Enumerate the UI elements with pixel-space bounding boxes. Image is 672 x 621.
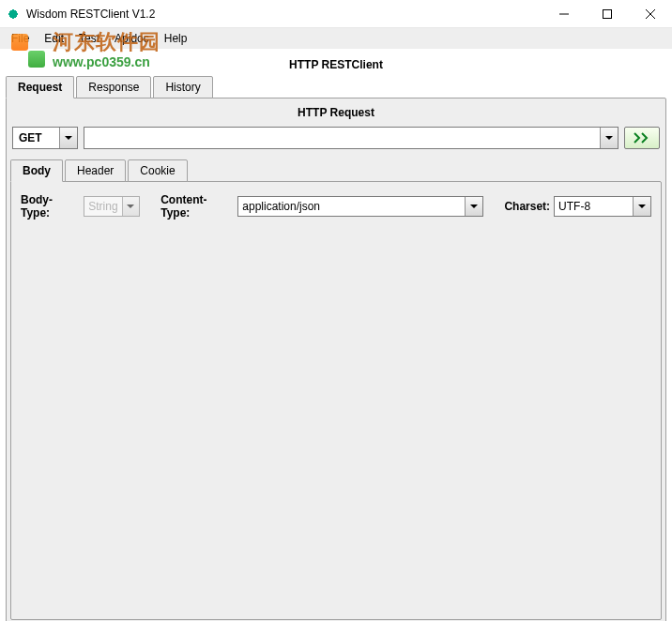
client-area: HTTP RESTClient Request Response History… [0, 49, 672, 621]
window-title: Wisdom RESTClient V1.2 [26, 8, 542, 21]
maximize-button[interactable] [586, 0, 629, 28]
url-input[interactable] [84, 127, 619, 149]
menu-apidoc[interactable]: Apidoc [107, 30, 157, 47]
close-button[interactable] [629, 0, 672, 28]
menubar: File Edit Test Apidoc Help [0, 28, 672, 49]
tab-response[interactable]: Response [76, 76, 151, 98]
menu-edit[interactable]: Edit [37, 30, 71, 47]
body-type-select: String [84, 196, 140, 217]
chevron-down-icon[interactable] [59, 128, 77, 148]
minimize-button[interactable] [542, 0, 586, 28]
http-method-value: GET [13, 128, 59, 148]
chevron-down-icon[interactable] [600, 128, 618, 148]
body-panel: Body-Type: String Content-Type: applicat… [10, 181, 662, 620]
request-panel: HTTP Request GET Body Header Cookie [6, 98, 666, 621]
menu-test[interactable]: Test [71, 30, 107, 47]
content-type-value: application/json [238, 197, 465, 216]
content-type-select[interactable]: application/json [237, 196, 483, 217]
window-controls [542, 0, 672, 28]
http-method-select[interactable]: GET [12, 127, 78, 149]
tab-body[interactable]: Body [10, 159, 63, 182]
chevron-down-icon[interactable] [633, 197, 650, 216]
tab-header[interactable]: Header [65, 159, 126, 182]
body-textarea[interactable] [15, 227, 657, 615]
http-request-title: HTTP Request [10, 102, 662, 123]
menu-file[interactable]: File [4, 30, 37, 47]
send-button[interactable] [624, 127, 660, 149]
chevron-down-icon [122, 197, 140, 216]
svg-rect-1 [603, 9, 612, 18]
double-chevron-right-icon [634, 132, 650, 144]
app-icon [6, 7, 21, 22]
content-type-label: Content-Type: [160, 193, 234, 220]
body-fields-row: Body-Type: String Content-Type: applicat… [15, 186, 657, 225]
charset-select[interactable]: UTF-8 [554, 196, 651, 217]
tab-history[interactable]: History [153, 76, 212, 98]
charset-label: Charset: [504, 200, 550, 213]
titlebar: Wisdom RESTClient V1.2 [0, 0, 672, 28]
menu-help[interactable]: Help [157, 30, 195, 47]
request-row: GET [10, 123, 662, 153]
charset-value: UTF-8 [555, 197, 633, 216]
app-title: HTTP RESTClient [6, 53, 666, 75]
chevron-down-icon[interactable] [465, 197, 482, 216]
request-sub-tabs: Body Header Cookie Body-Type: String Con… [10, 159, 662, 620]
body-type-label: Body-Type: [21, 193, 80, 220]
tab-cookie[interactable]: Cookie [128, 159, 187, 182]
body-type-value: String [84, 197, 121, 216]
url-value[interactable] [84, 128, 600, 148]
tab-request[interactable]: Request [6, 76, 74, 98]
main-tab-strip: Request Response History [6, 76, 666, 98]
